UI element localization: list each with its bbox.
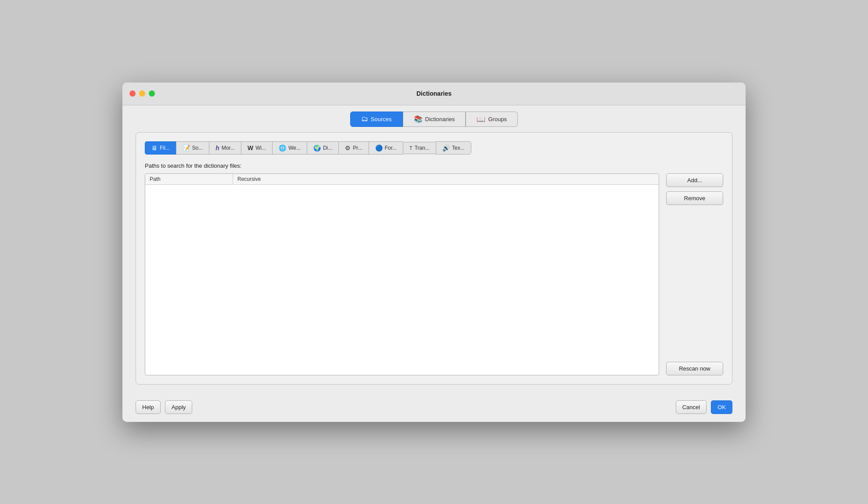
tab-groups[interactable]: 📖 Groups xyxy=(466,112,518,127)
help-button[interactable]: Help xyxy=(136,400,161,414)
path-column-header: Path xyxy=(145,174,233,184)
tab-sources[interactable]: 🗂 Sources xyxy=(350,112,403,127)
main-content: Path Recursive Add... Remove Rescan now xyxy=(145,173,723,375)
source-tab-tran[interactable]: T Tran... xyxy=(403,142,436,154)
table-body xyxy=(145,185,659,369)
mor-label: Mor... xyxy=(222,145,235,151)
source-tab-wi[interactable]: W Wi... xyxy=(241,141,272,155)
we-icon: 🌐 xyxy=(279,144,286,151)
tran-label: Tran... xyxy=(415,145,430,151)
paths-table: Path Recursive xyxy=(145,173,659,375)
source-tab-tex[interactable]: 🔊 Tex... xyxy=(436,141,471,155)
minimize-button[interactable] xyxy=(139,90,145,97)
wi-label: Wi... xyxy=(255,145,266,151)
top-tab-bar: 🗂 Sources 📚 Dictionaries 📖 Groups xyxy=(122,105,746,132)
for-icon: 🔵 xyxy=(375,144,383,151)
source-tab-so[interactable]: 📝 So... xyxy=(176,141,209,155)
for-label: For... xyxy=(385,145,397,151)
window-title: Dictionaries xyxy=(416,90,452,97)
fil-label: Fil... xyxy=(160,145,170,151)
pr-icon: ⚙ xyxy=(345,144,351,151)
rescan-button[interactable]: Rescan now xyxy=(666,362,723,375)
di-label: Di... xyxy=(323,145,332,151)
bottom-right: Cancel OK xyxy=(676,400,732,414)
side-top-buttons: Add... Remove xyxy=(666,173,723,205)
tex-icon: 🔊 xyxy=(442,144,450,151)
cancel-button[interactable]: Cancel xyxy=(676,400,707,414)
so-icon: 📝 xyxy=(183,144,190,151)
bottom-bar: Help Apply Cancel OK xyxy=(122,393,746,422)
tex-label: Tex... xyxy=(452,145,465,151)
remove-button[interactable]: Remove xyxy=(666,191,723,205)
source-tab-di[interactable]: 🌍 Di... xyxy=(307,141,338,155)
content-area: 🖥 Fil... 📝 So... h Mor... W Wi... 🌐 xyxy=(122,132,746,393)
mor-icon: h xyxy=(215,144,219,151)
di-icon: 🌍 xyxy=(313,144,321,151)
main-window: Dictionaries 🗂 Sources 📚 Dictionaries 📖 … xyxy=(122,83,746,422)
so-label: So... xyxy=(192,145,203,151)
recursive-column-header: Recursive xyxy=(233,174,265,184)
section-label: Paths to search for the dictionary files… xyxy=(145,162,723,169)
sources-label: Sources xyxy=(371,116,392,122)
maximize-button[interactable] xyxy=(149,90,155,97)
pr-label: Pr... xyxy=(353,145,362,151)
tran-icon: T xyxy=(409,145,412,151)
source-tab-mor[interactable]: h Mor... xyxy=(209,141,241,155)
we-label: We... xyxy=(288,145,301,151)
dictionaries-icon: 📚 xyxy=(414,115,423,123)
source-tab-pr[interactable]: ⚙ Pr... xyxy=(338,141,368,155)
ok-button[interactable]: OK xyxy=(711,400,732,414)
window-controls xyxy=(129,90,155,97)
dictionaries-label: Dictionaries xyxy=(425,116,455,122)
source-tab-fil[interactable]: 🖥 Fil... xyxy=(145,141,176,155)
tab-dictionaries[interactable]: 📚 Dictionaries xyxy=(403,112,466,127)
apply-button[interactable]: Apply xyxy=(165,400,193,414)
groups-icon: 📖 xyxy=(477,115,485,123)
bottom-left: Help Apply xyxy=(136,400,192,414)
source-tab-we[interactable]: 🌐 We... xyxy=(272,141,307,155)
groups-label: Groups xyxy=(488,116,507,122)
table-header: Path Recursive xyxy=(145,174,659,185)
side-buttons: Add... Remove Rescan now xyxy=(666,173,723,375)
sources-icon: 🗂 xyxy=(361,115,368,123)
source-tab-bar: 🖥 Fil... 📝 So... h Mor... W Wi... 🌐 xyxy=(145,141,723,155)
inner-panel: 🖥 Fil... 📝 So... h Mor... W Wi... 🌐 xyxy=(136,132,732,385)
titlebar: Dictionaries xyxy=(122,83,746,105)
wi-icon: W xyxy=(247,144,253,151)
fil-icon: 🖥 xyxy=(151,144,158,151)
source-tab-for[interactable]: 🔵 For... xyxy=(369,141,403,155)
close-button[interactable] xyxy=(129,90,136,97)
add-button[interactable]: Add... xyxy=(666,173,723,187)
